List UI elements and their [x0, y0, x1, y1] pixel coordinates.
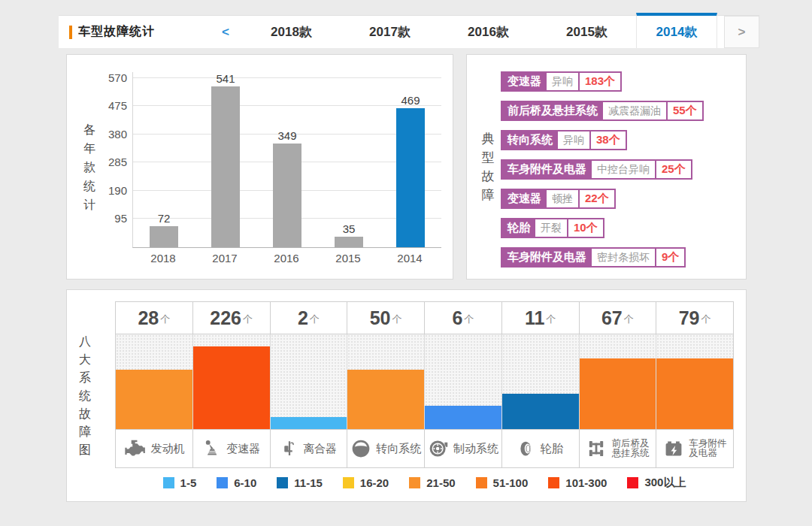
system-label: 车身附件及电器 [689, 439, 726, 458]
legend-item-1-5: 1-5 [163, 476, 197, 489]
fault-issue-label: 异响 [558, 132, 591, 149]
system-bar-cell-发动机 [116, 334, 193, 429]
system-bar-车身附件及电器 [656, 358, 733, 430]
system-count-变速器: 226个 [193, 302, 271, 334]
typical-faults-title: 典型故障 [480, 129, 495, 204]
system-bar-cell-前后桥及悬挂系统 [580, 334, 657, 429]
tab-2017款[interactable]: 2017款 [341, 16, 439, 48]
system-bar-制动系统 [425, 406, 501, 430]
y-axis-tick-label: 475 [95, 99, 127, 112]
legend-label: 21-50 [426, 476, 455, 489]
system-count-unit: 个 [624, 313, 634, 326]
system-label: 发动机 [150, 442, 184, 456]
system-count-unit: 个 [243, 313, 253, 326]
x-axis-label-2016: 2016 [256, 252, 317, 265]
system-count-value: 67 [601, 307, 623, 329]
system-label-cell-变速器: 变速器 [193, 430, 271, 467]
system-bar-轮胎 [502, 394, 579, 429]
clutch-icon [280, 438, 298, 459]
bar-2014: 469 [396, 108, 425, 247]
fault-count-label: 9个 [656, 249, 684, 266]
fault-issue-label: 密封条损坏 [592, 249, 656, 266]
system-bar-前后桥及悬挂系统 [580, 358, 656, 430]
legend-swatch [277, 477, 288, 488]
gearbox-icon [202, 438, 222, 459]
engine-icon [123, 439, 146, 458]
legend-item-11-15: 11-15 [277, 476, 323, 489]
bar-value-label: 35 [343, 222, 356, 235]
legend-label: 1-5 [180, 476, 197, 489]
bar-slot-2014: 469 [380, 72, 441, 247]
legend-swatch [627, 477, 638, 488]
legend-swatch [217, 477, 228, 488]
yearly-fault-panel: 各年款统计 951902853804755707254134935469 201… [66, 54, 453, 280]
dashboard-container: 车型故障统计 < 2018款2017款2016款2015款2014款 > 各年款… [59, 15, 759, 511]
fault-issue-label: 异响 [547, 73, 580, 90]
system-bar-变速器 [193, 346, 270, 429]
system-label-cell-发动机: 发动机 [116, 430, 193, 467]
legend-item-6-10: 6-10 [217, 476, 256, 489]
fault-item: 变速器顿挫22个 [501, 189, 616, 209]
system-bar-转向系统 [347, 370, 424, 429]
fault-issue-label: 中控台异响 [592, 161, 656, 178]
system-count-value: 79 [679, 307, 700, 329]
yearly-bar-chart: 951902853804755707254134935469 [132, 72, 441, 248]
fault-system-label: 车身附件及电器 [502, 249, 592, 266]
system-bar-cell-制动系统 [425, 334, 502, 429]
tabs-next-arrow-icon[interactable]: > [724, 16, 759, 48]
system-label-cell-转向系统: 转向系统 [347, 430, 425, 467]
bar-value-label: 72 [158, 212, 171, 225]
legend-label: 16-20 [360, 476, 389, 489]
fault-count-label: 183个 [580, 73, 620, 90]
system-count-value: 28 [138, 307, 159, 329]
systems-panel-title: 八大系统故障图 [77, 333, 92, 459]
bar-2015: 35 [335, 237, 363, 247]
fault-system-label: 车身附件及电器 [502, 161, 592, 178]
tab-2015款[interactable]: 2015款 [538, 16, 636, 48]
system-label: 离合器 [303, 442, 337, 456]
battery-icon [663, 439, 684, 458]
systems-legend: 1-56-1011-1516-2021-5051-100101-300300以上 [115, 476, 734, 490]
y-axis-tick-label: 95 [95, 212, 127, 225]
system-label-cell-前后桥及悬挂系统: 前后桥及悬挂系统 [580, 430, 657, 467]
page-title: 车型故障统计 [78, 24, 155, 40]
system-bar-发动机 [116, 370, 192, 429]
legend-label: 300以上 [644, 476, 686, 490]
tabs-prev-arrow-icon[interactable]: < [209, 16, 242, 48]
legend-swatch [163, 477, 174, 488]
system-count-unit: 个 [464, 313, 474, 326]
bar-value-label: 469 [401, 94, 420, 107]
system-count-value: 226 [210, 307, 241, 329]
legend-swatch [548, 477, 559, 488]
system-bar-cell-转向系统 [347, 334, 425, 429]
tab-2014款[interactable]: 2014款 [636, 13, 717, 48]
tab-2016款[interactable]: 2016款 [439, 16, 538, 48]
fault-item: 车身附件及电器中控台异响25个 [501, 159, 692, 180]
y-axis-tick-label: 190 [95, 184, 127, 197]
fault-count-label: 10个 [568, 219, 603, 237]
page-title-block: 车型故障统计 [59, 16, 209, 48]
bar-2018: 72 [150, 226, 178, 247]
bar-slot-2017: 541 [195, 72, 256, 247]
fault-item: 变速器异响183个 [501, 71, 622, 92]
fault-item: 轮胎开裂10个 [501, 218, 604, 238]
system-count-转向系统: 50个 [347, 302, 425, 334]
systems-count-row: 28个226个2个50个6个11个67个79个 [116, 302, 733, 334]
system-bar-cell-离合器 [271, 334, 348, 429]
legend-swatch [409, 477, 420, 488]
tab-2018款[interactable]: 2018款 [242, 16, 341, 48]
bar-slot-2018: 72 [133, 72, 195, 247]
system-count-value: 6 [452, 307, 462, 329]
legend-label: 6-10 [234, 476, 256, 489]
legend-item-21-50: 21-50 [409, 476, 455, 489]
system-label-cell-轮胎: 轮胎 [502, 430, 580, 467]
system-count-unit: 个 [160, 313, 170, 326]
system-bar-cell-车身附件及电器 [656, 334, 733, 429]
fault-count-label: 22个 [580, 190, 614, 207]
x-axis-label-2015: 2015 [317, 252, 379, 265]
system-count-unit: 个 [701, 313, 711, 326]
bar-slots: 7254134935469 [133, 72, 441, 247]
fault-count-label: 25个 [656, 161, 691, 178]
legend-item-101-300: 101-300 [548, 476, 607, 489]
yearly-panel-title: 各年款统计 [82, 120, 97, 214]
